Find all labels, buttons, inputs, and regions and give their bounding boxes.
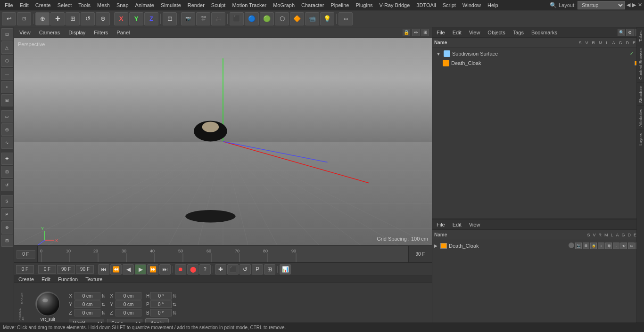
- material-menu-texture[interactable]: Texture: [83, 276, 105, 283]
- menu-plugins[interactable]: Plugins: [353, 1, 375, 9]
- objects-menu-edit[interactable]: Edit: [450, 29, 464, 36]
- object-mode-button[interactable]: ⊡: [163, 12, 177, 25]
- freehand-btn[interactable]: ∿: [1, 137, 13, 149]
- play-btn[interactable]: ▶: [135, 264, 146, 275]
- paint-btn[interactable]: ⊕: [1, 221, 13, 234]
- p-arrow-icon[interactable]: ⇅: [173, 302, 176, 307]
- play-reverse-btn[interactable]: ◀: [123, 264, 134, 275]
- z-pos-input[interactable]: 0 cm: [74, 309, 100, 316]
- viewport-menu-panel[interactable]: Panel: [114, 29, 132, 36]
- grid-btn[interactable]: ⊞: [264, 264, 275, 275]
- menu-snap[interactable]: Snap: [114, 1, 132, 9]
- attr-tag-icon[interactable]: 🏷: [628, 243, 635, 249]
- objects-menu-file[interactable]: File: [434, 29, 447, 36]
- menu-render[interactable]: Render: [185, 1, 207, 9]
- select-tool-button[interactable]: ⊕: [35, 12, 50, 25]
- viewport-lock-btn[interactable]: 🔒: [403, 29, 410, 36]
- menu-3dtoall[interactable]: 3DTOAll: [413, 1, 438, 9]
- mesh-edit-btn[interactable]: △: [1, 41, 13, 54]
- menu-sculpt[interactable]: Sculpt: [208, 1, 229, 9]
- y-pos-input[interactable]: 0 cm: [74, 300, 100, 308]
- world-dropdown[interactable]: World: [69, 319, 104, 323]
- render-region-button[interactable]: 🎬: [196, 12, 210, 25]
- menu-simulate[interactable]: Simulate: [158, 1, 184, 9]
- menu-pipeline[interactable]: Pipeline: [328, 1, 352, 9]
- keyframe-rect-btn[interactable]: ⬛: [227, 264, 239, 275]
- viewport-menu-view[interactable]: View: [17, 29, 33, 36]
- menu-script[interactable]: Script: [440, 1, 459, 9]
- redo-button[interactable]: ⊡: [17, 12, 31, 25]
- attr-camera-icon[interactable]: 📷: [575, 243, 582, 249]
- attr-expand-icon[interactable]: ▶: [434, 243, 438, 248]
- polygon-edit-btn[interactable]: ⬡: [1, 55, 13, 67]
- rotate-tool-button[interactable]: ↺: [81, 12, 95, 25]
- viewport-menu-display[interactable]: Display: [66, 29, 88, 36]
- spline-button[interactable]: 🔵: [245, 12, 259, 25]
- current-frame-input[interactable]: [17, 250, 35, 259]
- jump-to-end-btn[interactable]: ⏭: [159, 264, 171, 275]
- keyframe-auto-btn[interactable]: ↺: [239, 264, 251, 275]
- menu-file[interactable]: File: [2, 1, 16, 9]
- timeline-ruler[interactable]: 0 10 20 30 40 50: [38, 246, 408, 262]
- search-icon[interactable]: 🔍: [550, 2, 557, 8]
- viewport-canvas[interactable]: X Y Z Perspective Grid Spacing : 100 cm: [14, 38, 432, 245]
- attr-lock-icon[interactable]: 🔒: [590, 243, 597, 249]
- attr-grid-icon[interactable]: ⊞: [583, 243, 589, 249]
- uv-edit-btn[interactable]: ⊞: [1, 94, 13, 106]
- generator-button[interactable]: ⬡: [275, 12, 289, 25]
- objects-menu-bookmarks[interactable]: Bookmarks: [529, 29, 560, 36]
- tab-structure[interactable]: Structure: [637, 82, 644, 106]
- floor-button[interactable]: ▭: [339, 12, 353, 25]
- arrow-left-icon[interactable]: ◀: [627, 2, 630, 8]
- menu-create[interactable]: Create: [33, 1, 54, 9]
- viewport-menu-filters[interactable]: Filters: [91, 29, 110, 36]
- camera-button[interactable]: 📹: [305, 12, 319, 25]
- tab-takes[interactable]: Takes: [637, 27, 644, 45]
- menu-animate[interactable]: Animate: [132, 1, 157, 9]
- playback-end-frame-b[interactable]: [76, 265, 94, 274]
- record-btn[interactable]: ⏺: [175, 264, 186, 275]
- live-selection-btn[interactable]: ◎: [1, 123, 13, 136]
- y-scale-input[interactable]: 0 cm: [116, 300, 141, 308]
- move-tool-button[interactable]: ✚: [50, 12, 65, 25]
- playback-jump-frame[interactable]: [38, 265, 56, 274]
- menu-window[interactable]: Window: [460, 1, 484, 9]
- close-icon[interactable]: ✕: [638, 2, 642, 8]
- menu-help[interactable]: Help: [485, 1, 501, 9]
- apply-button[interactable]: Apply: [145, 318, 169, 323]
- uv-cmd-btn[interactable]: ⊟: [1, 235, 13, 247]
- h-arrow-icon[interactable]: ⇅: [173, 293, 176, 299]
- objects-search-icon[interactable]: 🔍: [618, 29, 625, 36]
- auto-key-btn[interactable]: ⬤: [187, 264, 198, 275]
- material-menu-function[interactable]: Function: [56, 276, 80, 283]
- attr-chain-icon[interactable]: ⛓: [605, 243, 612, 249]
- z-scale-input[interactable]: 0 cm: [116, 309, 141, 316]
- h-rot-input[interactable]: 0 °: [150, 292, 172, 300]
- attr-death-cloak-row[interactable]: ▶ Death_Cloak 📷 ⊞ 🔒 + ⛓: [434, 241, 642, 251]
- selection-rect-btn[interactable]: ▭: [1, 110, 13, 122]
- pos-record-btn[interactable]: P: [252, 264, 263, 275]
- point-edit-btn[interactable]: •: [1, 81, 13, 93]
- transform-button[interactable]: ⊕: [96, 12, 110, 25]
- scale-btn[interactable]: ⊞: [1, 166, 13, 178]
- menu-mesh[interactable]: Mesh: [94, 1, 113, 9]
- undo-button[interactable]: ↩: [2, 12, 16, 25]
- move-btn[interactable]: ✚: [1, 153, 13, 165]
- attr-menu-view[interactable]: View: [467, 221, 483, 228]
- attr-menu-edit[interactable]: Edit: [450, 221, 464, 228]
- menu-tools[interactable]: Tools: [75, 1, 93, 9]
- light-button[interactable]: 💡: [320, 12, 334, 25]
- model-mode-btn[interactable]: ⊡: [1, 28, 13, 40]
- y-arrow-icon[interactable]: ⇅: [101, 302, 105, 307]
- material-menu-create[interactable]: Create: [16, 276, 36, 283]
- edge-edit-btn[interactable]: —: [1, 68, 13, 80]
- objects-menu-objects[interactable]: Objects: [485, 29, 507, 36]
- y-axis-button[interactable]: Y: [129, 12, 143, 25]
- playback-start-frame[interactable]: [16, 265, 34, 274]
- playback-end-frame-a[interactable]: [57, 265, 75, 274]
- rotate-btn[interactable]: ↺: [1, 179, 13, 191]
- b-rot-input[interactable]: 0 °: [150, 309, 172, 316]
- attr-menu-file[interactable]: File: [434, 221, 447, 228]
- menu-character[interactable]: Character: [298, 1, 327, 9]
- objects-menu-view[interactable]: View: [467, 29, 483, 36]
